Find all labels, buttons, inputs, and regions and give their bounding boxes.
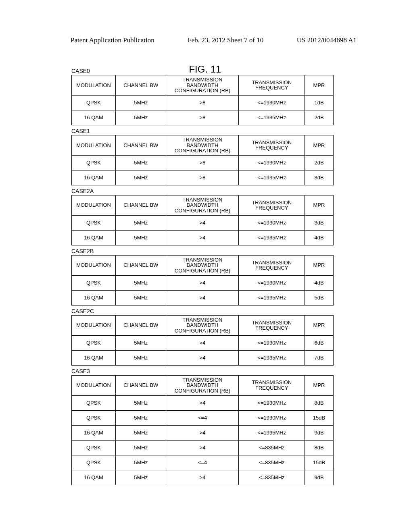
tx-freq-header: TRANSMISSION FREQUENCY (239, 315, 305, 335)
tx-bw-config-cell: >8 (166, 155, 239, 170)
tx-bw-config-cell: >4 (166, 440, 239, 455)
tx-bw-config-cell: >4 (166, 425, 239, 440)
channel-bw-cell: 5MHz (116, 350, 166, 365)
channel-bw-cell: 5MHz (116, 455, 166, 470)
tx-freq-header: TRANSMISSION FREQUENCY (239, 255, 305, 275)
table-row: QPSK5MHz<=4<=1930MHz15dB (72, 410, 334, 425)
table-row: QPSK5MHz>8<=1930MHz2dB (72, 155, 334, 170)
mpr-cell: 3dB (305, 215, 334, 230)
table-row: 16 QAM5MHz>8<=1935MHz2dB (72, 110, 334, 125)
table-row: 16 QAM5MHz>4<=1935MHz9dB (72, 425, 334, 440)
tx-bw-config-cell: >4 (166, 395, 239, 410)
table-row: 16 QAM5MHz>4<=1935MHz5dB (72, 290, 334, 305)
table-row: QPSK5MHz>4<=835MHz8dB (72, 440, 334, 455)
tx-freq-cell: <=1935MHz (239, 110, 305, 125)
modulation-cell: 16 QAM (72, 170, 116, 185)
table-row: QPSK5MHz<=4<=835MHz15dB (72, 455, 334, 470)
tx-freq-cell: <=1935MHz (239, 350, 305, 365)
modulation-cell: 16 QAM (72, 110, 116, 125)
mpr-cell: 3dB (305, 170, 334, 185)
table-row: 16 QAM5MHz>8<=1935MHz3dB (72, 170, 334, 185)
header-center: Feb. 23, 2012 Sheet 7 of 10 (188, 36, 263, 44)
mpr-cell: 9dB (305, 470, 334, 485)
tx-bw-config-cell: >4 (166, 215, 239, 230)
modulation-header: MODULATION (72, 75, 116, 96)
table-row: 16 QAM5MHz>4<=1935MHz7dB (72, 350, 334, 365)
header-left: Patent Application Publication (71, 36, 154, 44)
mpr-header: MPR (305, 375, 334, 395)
tx-freq-cell: <=1930MHz (239, 215, 305, 230)
table-row: QPSK5MHz>4<=1930MHz6dB (72, 335, 334, 350)
table-row: QPSK5MHz>8<=1930MHz1dB (72, 95, 334, 110)
channel-bw-cell: 5MHz (116, 440, 166, 455)
table-row: QPSK5MHz>4<=1930MHz8dB (72, 395, 334, 410)
case-label: CASE2B (71, 248, 357, 254)
tx-freq-cell: <=835MHz (239, 470, 305, 485)
table-row: QPSK5MHz>4<=1930MHz3dB (72, 215, 334, 230)
modulation-cell: QPSK (72, 95, 116, 110)
tx-freq-cell: <=1930MHz (239, 335, 305, 350)
tx-bw-config-cell: >8 (166, 110, 239, 125)
mpr-table: MODULATIONCHANNEL BWTRANSMISSION BANDWID… (71, 75, 334, 125)
tx-freq-cell: <=1930MHz (239, 275, 305, 290)
channel-bw-cell: 5MHz (116, 335, 166, 350)
mpr-cell: 5dB (305, 290, 334, 305)
table-row: 16 QAM5MHz>4<=835MHz9dB (72, 470, 334, 485)
tx-bw-config-cell: >4 (166, 230, 239, 245)
channel-bw-header: CHANNEL BW (116, 195, 166, 215)
mpr-header: MPR (305, 255, 334, 275)
mpr-table: MODULATIONCHANNEL BWTRANSMISSION BANDWID… (71, 315, 334, 366)
tx-freq-cell: <=1935MHz (239, 230, 305, 245)
tx-freq-cell: <=1935MHz (239, 170, 305, 185)
tx-bw-config-cell: <=4 (166, 455, 239, 470)
modulation-cell: 16 QAM (72, 425, 116, 440)
modulation-cell: QPSK (72, 440, 116, 455)
tx-freq-cell: <=1930MHz (239, 95, 305, 110)
modulation-cell: 16 QAM (72, 230, 116, 245)
channel-bw-header: CHANNEL BW (116, 375, 166, 395)
tx-bw-config-header: TRANSMISSION BANDWIDTH CONFIGURATION (RB… (166, 135, 239, 155)
case-label: CASE2A (71, 188, 357, 194)
channel-bw-header: CHANNEL BW (116, 255, 166, 275)
tx-bw-config-cell: >8 (166, 170, 239, 185)
mpr-cell: 4dB (305, 275, 334, 290)
mpr-cell: 1dB (305, 95, 334, 110)
modulation-cell: QPSK (72, 215, 116, 230)
mpr-table: MODULATIONCHANNEL BWTRANSMISSION BANDWID… (71, 195, 334, 245)
mpr-header: MPR (305, 195, 334, 215)
modulation-cell: QPSK (72, 155, 116, 170)
tx-freq-cell: <=835MHz (239, 440, 305, 455)
modulation-cell: QPSK (72, 275, 116, 290)
channel-bw-cell: 5MHz (116, 410, 166, 425)
tx-freq-header: TRANSMISSION FREQUENCY (239, 135, 305, 155)
channel-bw-cell: 5MHz (116, 95, 166, 110)
tx-freq-header: TRANSMISSION FREQUENCY (239, 375, 305, 395)
tx-freq-header: TRANSMISSION FREQUENCY (239, 195, 305, 215)
modulation-header: MODULATION (72, 195, 116, 215)
tx-bw-config-cell: >4 (166, 275, 239, 290)
channel-bw-cell: 5MHz (116, 425, 166, 440)
table-row: QPSK5MHz>4<=1930MHz4dB (72, 275, 334, 290)
tx-freq-cell: <=1930MHz (239, 410, 305, 425)
modulation-cell: 16 QAM (72, 350, 116, 365)
channel-bw-cell: 5MHz (116, 275, 166, 290)
tx-freq-cell: <=835MHz (239, 455, 305, 470)
page-header: Patent Application Publication Feb. 23, … (71, 36, 357, 44)
tx-freq-header: TRANSMISSION FREQUENCY (239, 75, 305, 96)
mpr-cell: 8dB (305, 440, 334, 455)
modulation-header: MODULATION (72, 315, 116, 335)
tx-bw-config-cell: >4 (166, 290, 239, 305)
mpr-cell: 15dB (305, 455, 334, 470)
tx-bw-config-cell: >8 (166, 95, 239, 110)
mpr-cell: 8dB (305, 395, 334, 410)
mpr-table: MODULATIONCHANNEL BWTRANSMISSION BANDWID… (71, 135, 334, 185)
tx-bw-config-cell: >4 (166, 470, 239, 485)
tx-bw-config-cell: <=4 (166, 410, 239, 425)
modulation-cell: QPSK (72, 455, 116, 470)
channel-bw-cell: 5MHz (116, 110, 166, 125)
mpr-cell: 7dB (305, 350, 334, 365)
mpr-table: MODULATIONCHANNEL BWTRANSMISSION BANDWID… (71, 255, 334, 305)
modulation-cell: 16 QAM (72, 470, 116, 485)
case-label: CASE1 (71, 128, 357, 134)
modulation-header: MODULATION (72, 375, 116, 395)
